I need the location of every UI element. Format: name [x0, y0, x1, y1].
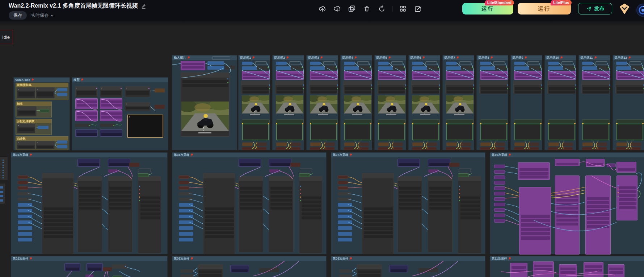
port[interactable]: [320, 148, 321, 149]
port[interactable]: [514, 123, 515, 124]
node[interactable]: [528, 142, 539, 146]
node[interactable]: [446, 62, 457, 65]
port[interactable]: [456, 148, 457, 149]
port[interactable]: [129, 116, 130, 117]
node[interactable]: [616, 175, 637, 220]
node[interactable]: [562, 142, 573, 146]
node[interactable]: [309, 81, 338, 94]
node[interactable]: [548, 66, 564, 70]
node[interactable]: [338, 220, 352, 224]
port[interactable]: [391, 148, 392, 149]
node[interactable]: [412, 71, 440, 80]
run-lite-plus-button[interactable]: 运行 Lite/Plus: [518, 3, 571, 15]
group-header[interactable]: 第05次采样: [172, 256, 326, 261]
node[interactable]: [57, 93, 67, 96]
group-sampler[interactable]: 第07次采样: [331, 152, 485, 254]
node[interactable]: [276, 119, 304, 123]
group-header[interactable]: 提示词12: [613, 55, 644, 60]
node[interactable]: [607, 164, 616, 167]
port[interactable]: [310, 123, 311, 124]
node[interactable]: [338, 192, 352, 195]
node[interactable]: [547, 81, 576, 94]
node[interactable]: [377, 81, 406, 94]
node-graph-canvas[interactable]: Idle Video size视频宽和高帧率分批处理帧数:总步数模型输入图片 提…: [0, 21, 644, 277]
port[interactable]: [548, 123, 550, 124]
node[interactable]: [179, 192, 193, 195]
node[interactable]: [113, 276, 122, 277]
port[interactable]: [582, 123, 584, 124]
node[interactable]: [179, 220, 193, 224]
node[interactable]: [338, 203, 352, 207]
node[interactable]: [584, 262, 603, 277]
node[interactable]: [630, 61, 641, 65]
port[interactable]: [438, 67, 439, 68]
node[interactable]: [255, 61, 267, 65]
node[interactable]: [17, 124, 35, 133]
node[interactable]: [446, 124, 473, 140]
port[interactable]: [76, 88, 77, 88]
node[interactable]: [230, 265, 249, 272]
port[interactable]: [473, 84, 474, 86]
port[interactable]: [242, 123, 243, 124]
node[interactable]: [427, 66, 440, 70]
node[interactable]: [459, 61, 471, 65]
port[interactable]: [289, 148, 290, 149]
node[interactable]: [338, 232, 352, 236]
node[interactable]: [18, 220, 32, 224]
node[interactable]: [179, 226, 193, 230]
node[interactable]: [459, 169, 471, 172]
node[interactable]: [582, 71, 610, 80]
port[interactable]: [121, 88, 122, 89]
group-prompt[interactable]: 提示词2: [272, 55, 304, 150]
node[interactable]: [276, 62, 287, 65]
port[interactable]: [473, 88, 474, 89]
node[interactable]: [514, 142, 525, 146]
node[interactable]: [310, 71, 338, 80]
node[interactable]: [460, 142, 471, 146]
node[interactable]: [179, 198, 193, 201]
port[interactable]: [616, 123, 618, 124]
node[interactable]: [581, 81, 610, 94]
node[interactable]: [75, 98, 98, 109]
node[interactable]: [418, 268, 438, 272]
port[interactable]: [268, 67, 269, 68]
node[interactable]: [344, 147, 369, 150]
port[interactable]: [336, 123, 337, 124]
node[interactable]: [494, 192, 505, 195]
node[interactable]: [212, 56, 230, 60]
port[interactable]: [3, 177, 4, 178]
port[interactable]: [3, 167, 4, 168]
node[interactable]: [0, 156, 8, 180]
port[interactable]: [300, 193, 301, 194]
node[interactable]: [75, 124, 91, 127]
node[interactable]: [179, 186, 189, 190]
node[interactable]: [548, 147, 573, 150]
port[interactable]: [268, 123, 269, 124]
node[interactable]: [412, 147, 437, 150]
node[interactable]: [18, 186, 28, 190]
node[interactable]: [513, 81, 542, 94]
node[interactable]: [100, 86, 122, 97]
node[interactable]: [155, 88, 165, 92]
edit-title-icon[interactable]: [141, 3, 146, 9]
port[interactable]: [255, 148, 256, 149]
port[interactable]: [3, 165, 4, 166]
node[interactable]: [428, 159, 450, 167]
compose-icon[interactable]: [413, 4, 422, 13]
node[interactable]: [428, 176, 453, 252]
node[interactable]: [362, 173, 394, 254]
port[interactable]: [139, 197, 140, 198]
node[interactable]: [378, 124, 405, 140]
node[interactable]: [180, 274, 193, 277]
group-prompt[interactable]: 提示词5: [374, 55, 406, 150]
port[interactable]: [126, 104, 127, 104]
node[interactable]: [397, 159, 420, 167]
node[interactable]: [239, 159, 261, 167]
port[interactable]: [18, 142, 19, 143]
node[interactable]: [100, 129, 122, 137]
node[interactable]: [555, 175, 580, 255]
node[interactable]: [514, 124, 541, 140]
node[interactable]: [180, 269, 193, 273]
user-avatar[interactable]: [636, 4, 644, 17]
membership-gem-icon[interactable]: [618, 4, 631, 14]
